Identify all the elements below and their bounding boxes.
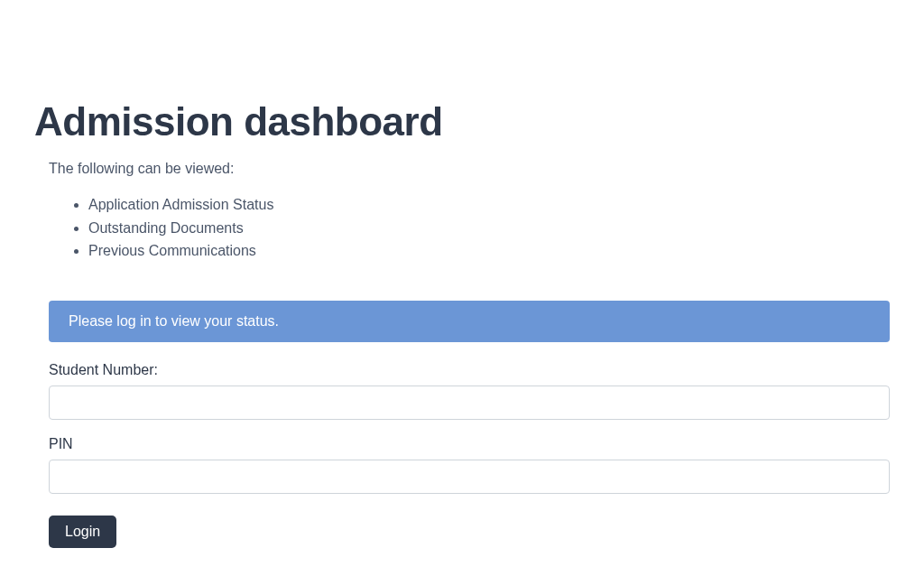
login-alert: Please log in to view your status. xyxy=(49,301,890,342)
student-number-input[interactable] xyxy=(49,386,890,420)
list-item: Previous Communications xyxy=(88,239,890,263)
student-number-label: Student Number: xyxy=(49,362,890,378)
intro-text: The following can be viewed: xyxy=(49,161,890,177)
features-list: Application Admission Status Outstanding… xyxy=(49,193,890,263)
login-button[interactable]: Login xyxy=(49,516,116,548)
list-item: Application Admission Status xyxy=(88,193,890,217)
page-title: Admission dashboard xyxy=(34,99,890,144)
pin-label: PIN xyxy=(49,436,890,452)
pin-input[interactable] xyxy=(49,460,890,494)
list-item: Outstanding Documents xyxy=(88,217,890,240)
login-form: Student Number: PIN Login xyxy=(49,362,890,548)
